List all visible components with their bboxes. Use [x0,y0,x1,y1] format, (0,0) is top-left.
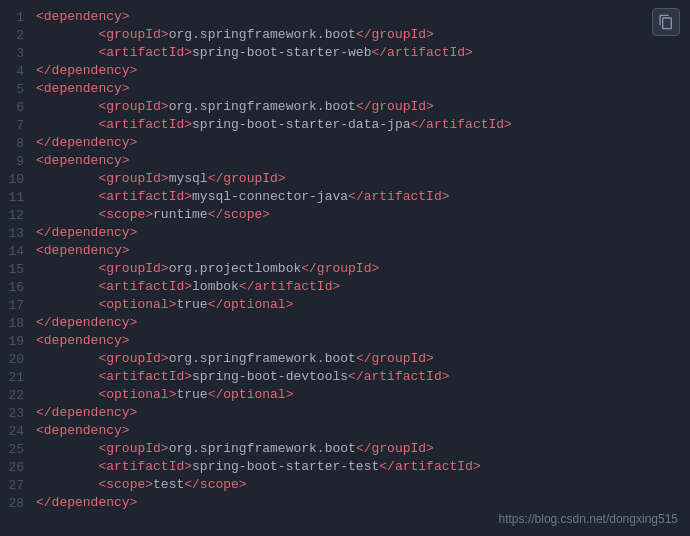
table-row: 9<dependency> [0,152,690,170]
line-number: 20 [0,352,36,367]
xml-text [36,441,98,456]
line-content: </dependency> [36,62,690,80]
line-content: <artifactId>spring-boot-devtools</artifa… [36,368,690,386]
xml-tag: </optional> [208,297,294,312]
xml-tag: </optional> [208,387,294,402]
line-number: 3 [0,46,36,61]
xml-text [36,117,98,132]
line-number: 27 [0,478,36,493]
line-content: <groupId>mysql</groupId> [36,170,690,188]
xml-text [36,45,98,60]
line-content: <dependency> [36,422,690,440]
xml-text [36,171,98,186]
line-content: <artifactId>spring-boot-starter-web</art… [36,44,690,62]
table-row: 28</dependency> [0,494,690,512]
xml-text: lombok [192,279,239,294]
table-row: 22 <optional>true</optional> [0,386,690,404]
code-lines: 1<dependency>2 <groupId>org.springframew… [0,8,690,512]
table-row: 8</dependency> [0,134,690,152]
line-number: 21 [0,370,36,385]
table-row: 7 <artifactId>spring-boot-starter-data-j… [0,116,690,134]
xml-text: org.springframework.boot [169,27,356,42]
xml-tag: <groupId> [98,171,168,186]
line-number: 11 [0,190,36,205]
line-content: </dependency> [36,134,690,152]
xml-text [36,477,98,492]
table-row: 27 <scope>test</scope> [0,476,690,494]
xml-text: spring-boot-starter-data-jpa [192,117,410,132]
xml-text [36,387,98,402]
xml-text: true [176,297,207,312]
xml-text: true [176,387,207,402]
table-row: 12 <scope>runtime</scope> [0,206,690,224]
xml-text: org.projectlombok [169,261,302,276]
line-content: <artifactId>spring-boot-starter-data-jpa… [36,116,690,134]
xml-text [36,351,98,366]
line-number: 7 [0,118,36,133]
xml-tag: </groupId> [301,261,379,276]
xml-tag: <artifactId> [98,189,192,204]
line-content: <groupId>org.springframework.boot</group… [36,440,690,458]
line-number: 12 [0,208,36,223]
xml-text [36,99,98,114]
line-number: 5 [0,82,36,97]
line-content: <optional>true</optional> [36,386,690,404]
line-number: 22 [0,388,36,403]
xml-tag: </groupId> [208,171,286,186]
xml-tag: <dependency> [36,81,130,96]
line-content: <artifactId>lombok</artifactId> [36,278,690,296]
xml-text: org.springframework.boot [169,99,356,114]
xml-tag: <artifactId> [98,459,192,474]
xml-text: spring-boot-devtools [192,369,348,384]
xml-tag: </artifactId> [348,189,449,204]
line-content: </dependency> [36,494,690,512]
xml-tag: </dependency> [36,135,137,150]
line-number: 28 [0,496,36,511]
line-content: <groupId>org.springframework.boot</group… [36,26,690,44]
xml-tag: </dependency> [36,495,137,510]
xml-text: spring-boot-starter-web [192,45,371,60]
xml-text [36,297,98,312]
xml-tag: </groupId> [356,27,434,42]
xml-tag: <groupId> [98,99,168,114]
xml-tag: <artifactId> [98,117,192,132]
line-content: <optional>true</optional> [36,296,690,314]
table-row: 14<dependency> [0,242,690,260]
xml-tag: <dependency> [36,333,130,348]
table-row: 16 <artifactId>lombok</artifactId> [0,278,690,296]
line-number: 19 [0,334,36,349]
line-content: <groupId>org.projectlombok</groupId> [36,260,690,278]
line-number: 13 [0,226,36,241]
line-number: 25 [0,442,36,457]
xml-tag: <groupId> [98,261,168,276]
line-content: </dependency> [36,314,690,332]
xml-tag: <scope> [98,477,153,492]
xml-text: mysql-connector-java [192,189,348,204]
line-number: 8 [0,136,36,151]
xml-tag: </dependency> [36,405,137,420]
table-row: 26 <artifactId>spring-boot-starter-test<… [0,458,690,476]
xml-text [36,261,98,276]
xml-text: test [153,477,184,492]
line-content: <dependency> [36,242,690,260]
xml-text: mysql [169,171,208,186]
copy-button[interactable] [652,8,680,36]
xml-tag: <groupId> [98,441,168,456]
xml-text: org.springframework.boot [169,441,356,456]
xml-tag: </scope> [208,207,270,222]
table-row: 15 <groupId>org.projectlombok</groupId> [0,260,690,278]
xml-tag: <groupId> [98,27,168,42]
xml-tag: <artifactId> [98,369,192,384]
xml-tag: </artifactId> [379,459,480,474]
line-content: <dependency> [36,152,690,170]
xml-tag: <artifactId> [98,45,192,60]
table-row: 3 <artifactId>spring-boot-starter-web</a… [0,44,690,62]
xml-tag: </artifactId> [410,117,511,132]
xml-text [36,279,98,294]
line-content: </dependency> [36,224,690,242]
table-row: 19<dependency> [0,332,690,350]
line-number: 10 [0,172,36,187]
table-row: 2 <groupId>org.springframework.boot</gro… [0,26,690,44]
xml-tag: <dependency> [36,9,130,24]
line-number: 4 [0,64,36,79]
